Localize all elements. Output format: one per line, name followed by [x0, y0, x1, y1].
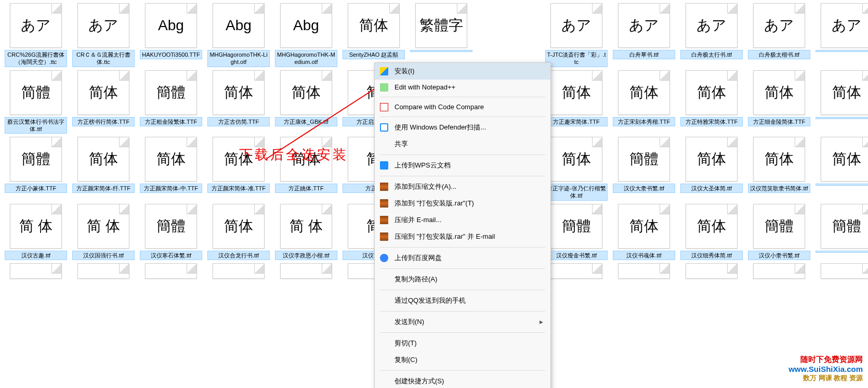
font-file-item[interactable]: AbgMHGHagoromoTHK-Light.otf — [206, 3, 271, 67]
font-file-item[interactable] — [679, 263, 744, 281]
menu-separator — [380, 370, 545, 371]
context-menu-item[interactable]: 创建快捷方式(S) — [375, 373, 550, 388]
font-preview-thumbnail — [821, 263, 868, 279]
font-file-item[interactable]: 简 体汉仪李政恩小楷.ttf — [273, 204, 339, 260]
context-menu-item[interactable]: 上传到WPS云文档 — [375, 157, 550, 174]
context-menu-item[interactable]: 添加到压缩文件(A)... — [375, 178, 550, 195]
context-menu-item[interactable]: 使用 Windows Defender扫描... — [375, 119, 550, 136]
font-file-item[interactable]: あア白舟极太楷书.ttf — [746, 3, 812, 67]
file-name-label: 方正颜宋简体-准.TTF — [207, 184, 270, 193]
context-menu-item[interactable]: 共享 — [375, 136, 550, 152]
context-menu-item[interactable]: 添加到 "打包安装版.rar"(T) — [375, 195, 550, 212]
font-file-item[interactable]: あア — [476, 3, 542, 67]
context-menu: 安装(I)Edit with Notepad++Compare with Cod… — [374, 62, 551, 388]
font-file-item[interactable] — [138, 263, 204, 281]
font-file-item[interactable]: 简体汉仪范笑歌隶书简体.ttf — [746, 137, 812, 201]
file-name-label — [816, 251, 868, 253]
file-name-label: 汉仪范笑歌隶书简体.ttf — [748, 184, 810, 193]
menu-item-label: 使用 Windows Defender扫描... — [394, 123, 486, 132]
context-menu-item[interactable]: 上传到百度网盘 — [375, 250, 550, 266]
font-file-item[interactable]: 简体方正特雅宋简体.TTF — [679, 70, 744, 134]
font-file-item[interactable]: 简體蔡云汉繁体行书书法字体.ttf — [3, 70, 69, 134]
font-file-item[interactable]: あア白舟草书.ttf — [611, 3, 677, 67]
file-name-label: 方正古仿简.TTF — [207, 117, 270, 126]
font-preview-thumbnail: 简体 — [686, 137, 738, 182]
font-file-item[interactable]: あア白舟极太行书.ttf — [679, 3, 744, 67]
context-menu-item[interactable]: 通过QQ发送到我的手机 — [375, 292, 550, 309]
compare-icon — [380, 103, 388, 111]
font-file-item[interactable]: 简体汉仪书魂体.ttf — [611, 204, 677, 260]
font-file-item[interactable]: 简体汉仪合龙行书.ttf — [206, 204, 271, 260]
font-file-item[interactable] — [273, 263, 339, 281]
menu-separator — [380, 176, 545, 176]
file-name-label: 汉仪大隶书繁.ttf — [613, 184, 675, 193]
font-file-item[interactable]: 簡體 — [814, 204, 868, 260]
font-file-item[interactable] — [611, 263, 677, 281]
font-file-item[interactable]: 簡體汉仪瘦金书繁.ttf — [544, 204, 609, 260]
file-name-label: T-JTC淡斎行書「彩」.ttc — [545, 50, 608, 67]
font-file-item[interactable]: 简体方正颜宋简体-纤.TTF — [71, 137, 136, 201]
context-menu-item[interactable]: 压缩到 "打包安装版.rar" 并 E-mail — [375, 228, 550, 245]
font-file-item[interactable]: あアCRＣ＆Ｇ流麗太行書体.ttc — [71, 3, 136, 67]
font-file-item[interactable]: あアCRC%26G流麗行書体（海闊天空）.ttc — [3, 3, 69, 67]
font-file-item[interactable]: 简体方正细金陵简体.TTF — [746, 70, 812, 134]
font-file-item[interactable]: 简 体汉仪国强行书.ttf — [71, 204, 136, 260]
font-file-item[interactable]: 简体汉仪大圣体简.ttf — [679, 137, 744, 201]
font-file-item[interactable]: 简体方正榜书行简体.TTF — [71, 70, 136, 134]
font-file-item[interactable] — [814, 263, 868, 281]
archive-icon — [380, 232, 388, 241]
font-preview-thumbnail: あア — [550, 3, 602, 48]
font-preview-thumbnail: 简体 — [821, 70, 868, 115]
font-file-item[interactable] — [3, 263, 69, 281]
font-preview-thumbnail — [145, 263, 197, 279]
font-file-item[interactable]: 简体SentyZHAO 赵孟頫 — [341, 3, 406, 67]
font-file-item[interactable] — [746, 263, 812, 281]
font-preview-thumbnail — [550, 263, 602, 279]
file-name-label: 白舟草书.ttf — [613, 50, 675, 59]
context-menu-item[interactable]: 复制为路径(A) — [375, 271, 550, 288]
font-preview-thumbnail: 简体 — [213, 70, 265, 115]
context-menu-item[interactable]: Edit with Notepad++ — [375, 80, 550, 95]
font-file-item[interactable] — [544, 263, 609, 281]
font-file-item[interactable]: 简体汉仪细秀体简.ttf — [679, 204, 744, 260]
file-name-label: CRC%26G流麗行書体（海闊天空）.ttc — [5, 50, 67, 67]
font-file-item[interactable]: 簡體方正小篆体.TTF — [3, 137, 69, 201]
font-file-item[interactable]: 简体 — [814, 70, 868, 134]
font-preview-thumbnail: あア — [618, 3, 670, 48]
context-menu-item[interactable]: 安装(I) — [375, 63, 550, 80]
font-file-item[interactable]: あア — [814, 3, 868, 67]
font-file-item[interactable]: 简体方正颜宋简体-中.TTF — [138, 137, 204, 201]
menu-item-label: 复制(C) — [394, 355, 417, 365]
font-file-item[interactable]: 简体方正古仿简.TTF — [206, 70, 271, 134]
menu-item-label: 剪切(T) — [394, 339, 417, 348]
font-preview-thumbnail: 简体 — [618, 70, 670, 115]
font-file-item[interactable]: 简体方正字迹-张乃仁行楷繁体.ttf — [544, 137, 609, 201]
font-file-item[interactable]: 簡體汉仪寒石体繁.ttf — [138, 204, 204, 260]
font-file-item[interactable]: 简 体汉仪古趣.ttf — [3, 204, 69, 260]
context-menu-item[interactable]: 压缩并 E-mail... — [375, 212, 550, 228]
context-menu-item[interactable]: 发送到(N) — [375, 314, 550, 330]
font-file-item[interactable]: 简体方正趣宋简体.TTF — [544, 70, 609, 134]
font-file-item[interactable]: 簡體汉仪小隶书繁.ttf — [746, 204, 812, 260]
font-file-item[interactable]: あアT-JTC淡斎行書「彩」.ttc — [544, 3, 609, 67]
file-name-label: 方正康体_GBK.ttf — [275, 117, 337, 126]
font-preview-thumbnail: 简 体 — [10, 204, 62, 249]
font-file-item[interactable]: 简体方正宋刻本秀楷.TTF — [611, 70, 677, 134]
font-file-item[interactable]: 繁體字 — [409, 3, 474, 67]
font-file-item[interactable] — [71, 263, 136, 281]
context-menu-item[interactable]: 复制(C) — [375, 352, 550, 368]
archive-icon — [380, 216, 388, 224]
share-icon — [380, 140, 388, 148]
file-name-label: 方正宋刻本秀楷.TTF — [613, 117, 675, 126]
file-name-label: 汉仪国强行书.ttf — [72, 251, 135, 260]
context-menu-item[interactable]: Compare with Code Compare — [375, 99, 550, 114]
font-file-item[interactable]: AbgHAKUYOOTi3500.TTF — [138, 3, 204, 67]
font-file-item[interactable] — [206, 263, 271, 281]
watermark-url: www.SuiShiXia.com — [788, 365, 863, 373]
font-file-item[interactable]: 簡體方正粗金陵繁体.TTF — [138, 70, 204, 134]
font-file-item[interactable]: 简体方正康体_GBK.ttf — [273, 70, 339, 134]
font-file-item[interactable]: AbgMHGHagoromoTHK-Medium.otf — [273, 3, 339, 67]
context-menu-item[interactable]: 剪切(T) — [375, 335, 550, 352]
font-file-item[interactable]: 简体 — [814, 137, 868, 201]
font-file-item[interactable]: 簡體汉仪大隶书繁.ttf — [611, 137, 677, 201]
